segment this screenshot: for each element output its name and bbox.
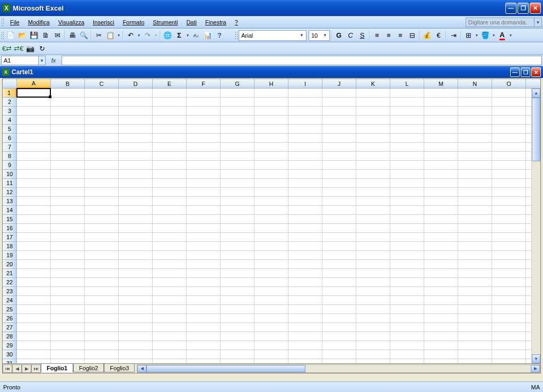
row-header[interactable]: 14 (3, 206, 16, 215)
scroll-right-icon[interactable]: ▶ (531, 365, 540, 372)
sheet-tab-2[interactable]: Foglio2 (73, 364, 104, 372)
align-left-button[interactable]: ≡ (371, 30, 383, 41)
column-header[interactable]: O (492, 79, 526, 88)
sheet-tab-1[interactable]: Foglio1 (41, 364, 73, 372)
column-header[interactable]: A (17, 79, 51, 88)
scroll-down-icon[interactable]: ▼ (532, 354, 540, 363)
chart-button[interactable]: 📊 (202, 30, 214, 41)
row-header[interactable]: 26 (3, 314, 16, 323)
cells-area[interactable] (17, 89, 540, 363)
menu-inserisci[interactable]: Inserisci (89, 18, 118, 27)
menu-dati[interactable]: Dati (182, 18, 201, 27)
menu-formato[interactable]: Formato (118, 18, 148, 27)
row-header[interactable]: 21 (3, 269, 16, 278)
vertical-scrollbar[interactable]: ▲ ▼ (531, 89, 540, 363)
column-header[interactable]: J (322, 79, 356, 88)
merge-button[interactable]: ⊟ (406, 30, 418, 41)
menu-file[interactable]: File (6, 18, 24, 27)
column-header[interactable]: K (356, 79, 390, 88)
menu-strumenti[interactable]: Strumenti (148, 18, 182, 27)
row-header[interactable]: 7 (3, 143, 16, 152)
sheet-tab-3[interactable]: Foglio3 (104, 364, 135, 372)
row-header[interactable]: 6 (3, 134, 16, 143)
underline-button[interactable]: S (356, 30, 368, 41)
row-header[interactable]: 13 (3, 197, 16, 206)
scroll-up-icon[interactable]: ▲ (532, 89, 540, 98)
euro-tool-1[interactable]: €⇄ (1, 43, 13, 55)
row-header[interactable]: 10 (3, 170, 16, 179)
menu-visualizza[interactable]: Visualizza (54, 18, 89, 27)
menu-modifica[interactable]: Modifica (24, 18, 54, 27)
row-header[interactable]: 20 (3, 260, 16, 269)
scrollbar-thumb[interactable] (146, 365, 305, 372)
row-header[interactable]: 4 (3, 116, 16, 125)
row-header[interactable]: 23 (3, 287, 16, 296)
autosum-button[interactable]: Σ (173, 30, 185, 41)
column-header[interactable]: M (424, 79, 458, 88)
bold-button[interactable]: G (333, 30, 345, 41)
align-center-button[interactable]: ≡ (383, 30, 395, 41)
help-input[interactable] (466, 18, 535, 27)
row-header[interactable]: 29 (3, 341, 16, 350)
paste-button[interactable]: 📋 (104, 30, 116, 41)
print-button[interactable]: 🖶 (66, 30, 78, 41)
row-header[interactable]: 5 (3, 125, 16, 134)
row-header[interactable]: 1 (3, 89, 16, 98)
prev-sheet-button[interactable]: ◀ (12, 364, 22, 373)
column-header[interactable]: B (51, 79, 85, 88)
dropdown-icon[interactable]: ▾ (185, 33, 190, 38)
first-sheet-button[interactable]: ⏮ (3, 364, 12, 373)
next-sheet-button[interactable]: ▶ (22, 364, 31, 373)
email-button[interactable]: ✉ (51, 30, 63, 41)
minimize-button[interactable]: — (505, 3, 516, 14)
row-header[interactable]: 17 (3, 233, 16, 242)
camera-button[interactable]: 📷 (24, 43, 36, 55)
row-header[interactable]: 28 (3, 332, 16, 341)
formula-input[interactable] (62, 56, 542, 65)
hyperlink-button[interactable]: 🌐 (162, 30, 173, 41)
font-selector[interactable]: Arial▼ (239, 30, 306, 41)
row-header[interactable]: 27 (3, 323, 16, 332)
currency-button[interactable]: 💰 (421, 30, 433, 41)
column-header[interactable]: I (288, 79, 322, 88)
dropdown-icon[interactable]: ▾ (116, 33, 121, 38)
fill-color-button[interactable]: 🪣 (479, 30, 491, 41)
last-sheet-button[interactable]: ⏭ (31, 364, 41, 373)
permission-button[interactable]: 🗎 (40, 30, 51, 41)
fx-icon[interactable]: fx (46, 57, 62, 64)
column-header[interactable]: C (85, 79, 119, 88)
name-box[interactable]: A1 ▼ (1, 56, 46, 65)
borders-button[interactable]: ⊞ (462, 30, 474, 41)
menu-help[interactable]: ? (231, 18, 242, 27)
cut-button[interactable]: ✂ (93, 30, 104, 41)
row-header[interactable]: 11 (3, 179, 16, 188)
row-header[interactable]: 12 (3, 188, 16, 197)
row-header[interactable]: 19 (3, 251, 16, 260)
undo-button[interactable]: ↶ (125, 30, 136, 41)
row-header[interactable]: 15 (3, 215, 16, 224)
dropdown-icon[interactable]: ▾ (474, 33, 479, 38)
workbook-close-button[interactable]: ✕ (531, 67, 541, 77)
row-header[interactable]: 22 (3, 278, 16, 287)
maximize-button[interactable]: ❐ (518, 3, 529, 14)
column-header[interactable]: D (119, 79, 153, 88)
row-header[interactable]: 24 (3, 296, 16, 305)
sort-asc-button[interactable]: A↓ (190, 30, 202, 41)
dropdown-icon[interactable]: ▾ (508, 33, 513, 38)
refresh-button[interactable]: ↻ (36, 43, 48, 55)
row-header[interactable]: 31 (3, 359, 16, 363)
close-button[interactable]: ✕ (530, 3, 541, 14)
row-header[interactable]: 25 (3, 305, 16, 314)
euro-button[interactable]: € (433, 30, 444, 41)
row-header[interactable]: 18 (3, 242, 16, 251)
select-all-corner[interactable] (3, 79, 17, 88)
column-header[interactable]: N (458, 79, 492, 88)
column-header[interactable]: F (187, 79, 221, 88)
preview-button[interactable]: 🔍 (78, 30, 90, 41)
column-header[interactable]: H (255, 79, 288, 88)
help-dropdown-icon[interactable]: ▼ (535, 18, 542, 27)
redo-button[interactable]: ↷ (142, 30, 153, 41)
row-header[interactable]: 8 (3, 152, 16, 161)
dropdown-icon[interactable]: ▾ (491, 33, 496, 38)
row-header[interactable]: 16 (3, 224, 16, 233)
